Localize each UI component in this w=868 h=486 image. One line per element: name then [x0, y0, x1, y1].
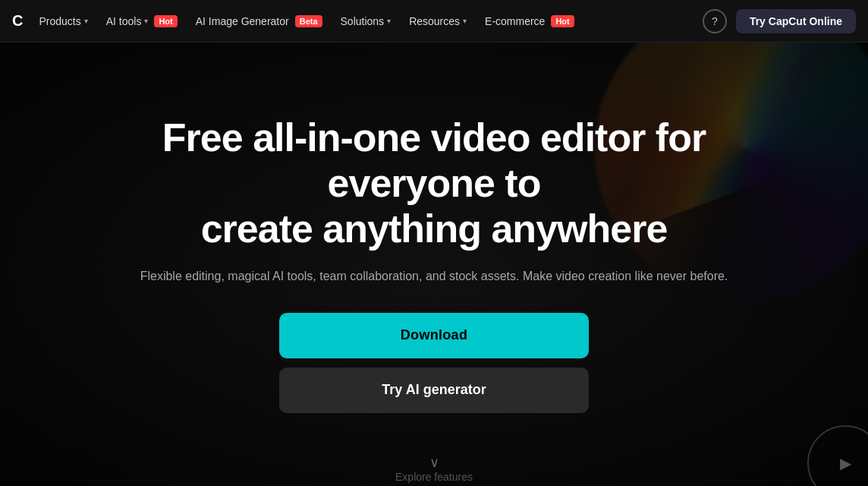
nav-item-ai-image[interactable]: AI Image Generator Beta [188, 11, 330, 32]
download-button[interactable]: Download [279, 313, 589, 358]
hero-buttons: Download Try AI generator [108, 313, 760, 413]
try-ai-generator-button[interactable]: Try AI generator [279, 368, 589, 413]
play-icon: ▶ [840, 454, 851, 472]
hero-title-line2: create anything anywhere [201, 207, 668, 251]
chevron-down-icon: ▾ [84, 17, 88, 25]
hero-subtitle: Flexible editing, magical AI tools, team… [108, 267, 760, 286]
nav-label-resources: Resources [409, 15, 460, 27]
nav-label-solutions: Solutions [341, 15, 385, 27]
chevron-down-icon: ▾ [387, 17, 391, 25]
nav-item-resources[interactable]: Resources ▾ [401, 11, 474, 32]
chevron-down-icon: ∨ [429, 455, 439, 470]
nav-item-ecommerce[interactable]: E-commerce Hot [477, 11, 582, 32]
hero-title: Free all-in-one video editor for everyon… [108, 115, 760, 251]
beta-badge-ai-image: Beta [295, 15, 322, 27]
scroll-down-indicator[interactable]: ∨ [429, 454, 439, 471]
nav-item-solutions[interactable]: Solutions ▾ [333, 11, 399, 32]
hero-section: Free all-in-one video editor for everyon… [0, 43, 868, 486]
nav-item-products[interactable]: Products ▾ [31, 11, 95, 32]
navbar: C Products ▾ AI tools ▾ Hot AI Image Gen… [0, 0, 868, 43]
hot-badge-ecommerce: Hot [551, 15, 574, 27]
explore-features-label: Explore features [395, 471, 473, 483]
help-button[interactable]: ? [703, 9, 727, 33]
question-icon: ? [712, 15, 718, 27]
hero-title-line1: Free all-in-one video editor for everyon… [162, 115, 706, 205]
nav-logo: C [12, 12, 22, 30]
nav-label-ai-image: AI Image Generator [196, 15, 289, 27]
chevron-down-icon: ▾ [144, 17, 148, 25]
try-capcut-online-button[interactable]: Try CapCut Online [736, 9, 856, 33]
hero-circle-decoration: ▶ [807, 425, 868, 486]
nav-label-products: Products [39, 15, 80, 27]
nav-label-ai-tools: AI tools [106, 15, 142, 27]
hero-content: Free all-in-one video editor for everyon… [93, 115, 775, 412]
chevron-down-icon: ▾ [463, 17, 467, 25]
hot-badge-ai-tools: Hot [154, 15, 177, 27]
hero-bottom-label: Explore features [0, 471, 868, 486]
nav-label-ecommerce: E-commerce [485, 15, 545, 27]
nav-item-ai-tools[interactable]: AI tools ▾ Hot [99, 11, 185, 32]
